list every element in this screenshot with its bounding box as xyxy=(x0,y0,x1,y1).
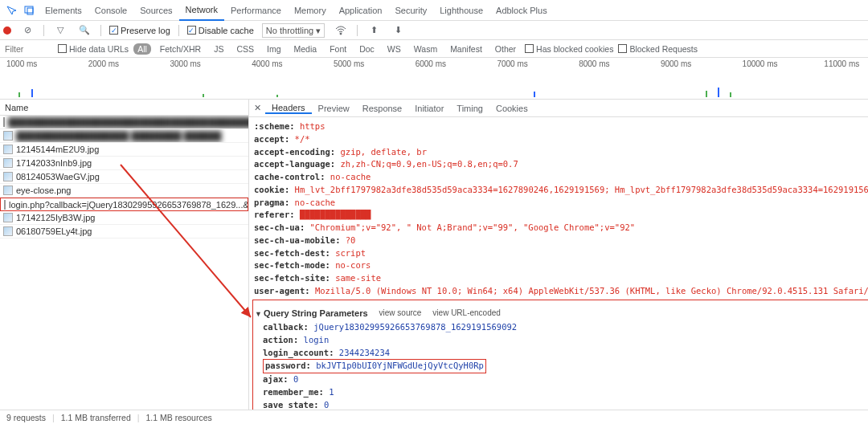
tab-security[interactable]: Security xyxy=(388,1,433,20)
disable-cache-checkbox[interactable]: ✓Disable cache xyxy=(187,26,254,35)
query-param-row: ajax: 0 xyxy=(263,373,868,386)
tab-performance[interactable]: Performance xyxy=(224,1,288,20)
upload-icon[interactable]: ⬆ xyxy=(366,22,382,39)
tab-headers[interactable]: Headers xyxy=(265,103,312,114)
query-section-header[interactable]: ▼Query String Parameters view source vie… xyxy=(255,305,868,322)
filter-doc[interactable]: Doc xyxy=(355,43,379,55)
request-row[interactable]: 12145144mE2U9.jpg xyxy=(0,143,248,157)
request-name: eye-close.png xyxy=(16,186,72,195)
filter-bar: Hide data URLs All Fetch/XHR JS CSS Img … xyxy=(0,40,868,58)
query-param-row: password: bkJVT1p0bUI0YjNFWGdUejQyVtcQyH… xyxy=(263,359,868,373)
header-row: :scheme: https xyxy=(254,120,868,133)
preserve-log-checkbox[interactable]: ✓Preserve log xyxy=(109,26,170,35)
filter-xhr[interactable]: Fetch/XHR xyxy=(156,43,205,55)
timeline[interactable]: 1000 ms2000 ms3000 ms4000 ms5000 ms6000 … xyxy=(0,58,868,100)
svg-point-2 xyxy=(340,33,342,35)
filter-all[interactable]: All xyxy=(133,43,151,55)
request-name: login.php?callback=jQuery183029959266537… xyxy=(9,200,248,210)
blocked-requests[interactable]: Blocked Requests xyxy=(618,44,698,54)
header-row: sec-ch-ua: "Chromium";v="92", " Not A;Br… xyxy=(254,222,868,234)
request-row[interactable]: ████████████████████████████████████████ xyxy=(0,116,248,129)
filter-js[interactable]: JS xyxy=(210,43,227,55)
download-icon[interactable]: ⬇ xyxy=(390,22,406,39)
search-icon[interactable]: 🔍 xyxy=(76,22,92,39)
hide-data-urls[interactable]: Hide data URLs xyxy=(58,44,129,54)
image-icon xyxy=(3,131,13,141)
header-row: user-agent: Mozilla/5.0 (Windows NT 10.0… xyxy=(254,285,868,298)
tab-response[interactable]: Response xyxy=(356,104,409,113)
svg-rect-1 xyxy=(27,8,33,14)
tab-sources[interactable]: Sources xyxy=(133,1,178,20)
device-icon[interactable] xyxy=(21,2,37,18)
request-row[interactable]: 06180759ELy4t.jpg xyxy=(0,225,248,238)
request-row[interactable]: eye-close.png xyxy=(0,184,248,198)
clear-icon[interactable]: ⊘ xyxy=(19,22,35,39)
devtools-header: Elements Console Sources Network Perform… xyxy=(0,0,868,21)
filter-icon[interactable]: ▽ xyxy=(52,22,68,39)
query-param-row: callback: jQuery18302995926653769878_162… xyxy=(263,321,868,334)
inspect-icon[interactable] xyxy=(3,2,19,18)
header-row: accept-encoding: gzip, deflate, br xyxy=(254,146,868,159)
filter-css[interactable]: CSS xyxy=(232,43,258,55)
filter-img[interactable]: Img xyxy=(263,43,285,55)
request-name: 08124053WaeGV.jpg xyxy=(16,172,100,181)
tab-elements[interactable]: Elements xyxy=(39,1,88,20)
header-row: sec-ch-ua-mobile: ?0 xyxy=(254,234,868,247)
request-name: ██████████████████ ████████ ██████ xyxy=(16,131,222,141)
query-param-row: action: login xyxy=(263,334,868,347)
image-icon xyxy=(3,172,13,181)
tab-network[interactable]: Network xyxy=(179,0,224,21)
request-detail: ✕ Headers Preview Response Initiator Tim… xyxy=(249,100,868,410)
view-source-link[interactable]: view source xyxy=(379,307,422,319)
request-row[interactable]: 17142033nInb9.jpg xyxy=(0,157,248,170)
tab-cookies[interactable]: Cookies xyxy=(489,104,534,113)
detail-tabs: ✕ Headers Preview Response Initiator Tim… xyxy=(249,100,868,117)
header-row: accept-language: zh,zh-CN;q=0.9,en-US;q=… xyxy=(254,158,868,171)
status-bar: 9 requests | 1.1 MB transferred | 1.1 MB… xyxy=(0,410,868,424)
status-transferred: 1.1 MB transferred xyxy=(61,410,131,424)
request-row[interactable]: 08124053WaeGV.jpg xyxy=(0,170,248,184)
tab-application[interactable]: Application xyxy=(333,1,389,20)
tab-lighthouse[interactable]: Lighthouse xyxy=(433,1,489,20)
tab-adblock[interactable]: Adblock Plus xyxy=(489,1,554,20)
image-icon xyxy=(3,186,13,195)
filter-media[interactable]: Media xyxy=(290,43,321,55)
tab-initiator[interactable]: Initiator xyxy=(408,104,450,113)
request-name: ████████████████████████████████████████ xyxy=(8,117,248,127)
query-param-row: save_state: 0 xyxy=(263,399,868,410)
filter-input[interactable] xyxy=(5,44,53,54)
request-row[interactable]: ██████████████████ ████████ ██████ xyxy=(0,129,248,143)
tab-memory[interactable]: Memory xyxy=(288,1,333,20)
request-name: 17142033nInb9.jpg xyxy=(16,158,92,168)
header-row: referer: ██████████████ xyxy=(254,209,868,222)
status-requests: 9 requests xyxy=(6,410,46,424)
tab-timing[interactable]: Timing xyxy=(450,104,489,113)
tab-preview[interactable]: Preview xyxy=(312,104,356,113)
image-icon xyxy=(3,145,13,154)
detail-body[interactable]: :scheme: httpsaccept: */*accept-encoding… xyxy=(249,117,868,410)
request-row[interactable]: login.php?callback=jQuery183029959266537… xyxy=(0,198,248,211)
filter-font[interactable]: Font xyxy=(326,43,350,55)
request-name: 17142125IyB3W.jpg xyxy=(16,213,95,222)
image-icon xyxy=(3,226,13,236)
status-resources: 1.1 MB resources xyxy=(145,410,211,424)
throttling-select[interactable]: No throttling ▾ xyxy=(262,23,325,38)
view-url-link[interactable]: view URL-encoded xyxy=(432,307,501,319)
blocked-cookies[interactable]: Has blocked cookies xyxy=(525,44,613,54)
filter-manifest[interactable]: Manifest xyxy=(446,43,486,55)
tab-console[interactable]: Console xyxy=(88,1,133,20)
detail-close-icon[interactable]: ✕ xyxy=(249,100,265,116)
requests-header[interactable]: Name xyxy=(0,100,248,116)
header-row: sec-fetch-mode: no-cors xyxy=(254,259,868,272)
header-row: cookie: Hm_lvt_2bff1797982a3dfe38d535d59… xyxy=(254,184,868,197)
record-icon[interactable] xyxy=(3,26,11,35)
request-row[interactable]: 17142125IyB3W.jpg xyxy=(0,211,248,225)
filter-other[interactable]: Other xyxy=(491,43,520,55)
filter-ws[interactable]: WS xyxy=(383,43,405,55)
image-icon xyxy=(3,158,13,168)
request-name: 12145144mE2U9.jpg xyxy=(16,145,99,154)
document-icon xyxy=(4,200,6,210)
header-row: sec-fetch-site: same-site xyxy=(254,272,868,285)
filter-wasm[interactable]: Wasm xyxy=(410,43,441,55)
wifi-icon[interactable] xyxy=(333,22,349,39)
